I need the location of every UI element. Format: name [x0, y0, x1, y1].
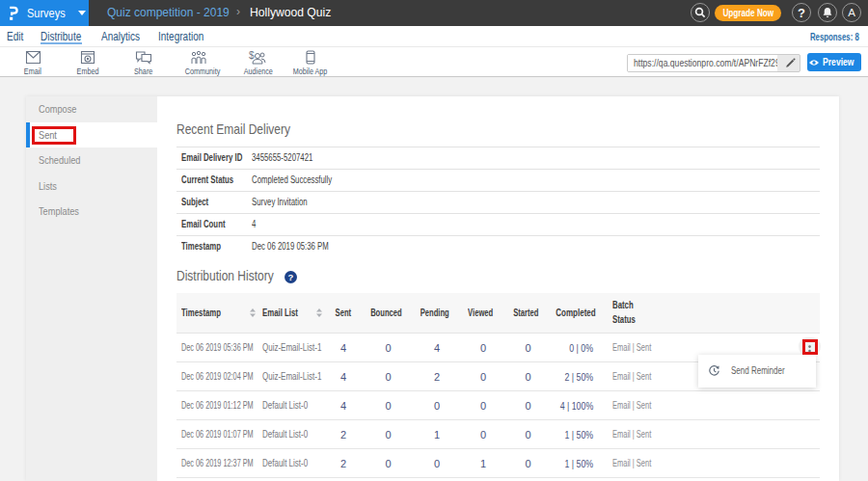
- svg-text:?: ?: [288, 271, 294, 281]
- svg-text:$: $: [249, 50, 255, 61]
